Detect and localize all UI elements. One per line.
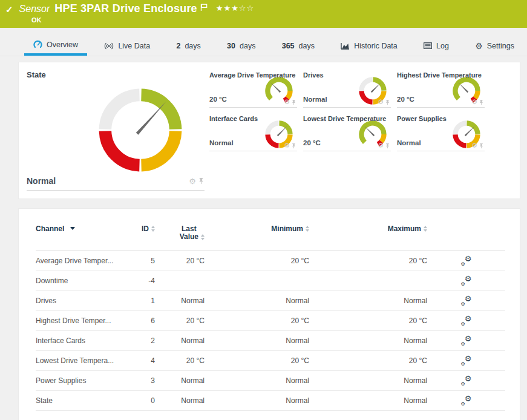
gauge-arc-error <box>267 134 278 145</box>
cell-last-value: Normal <box>155 291 205 311</box>
cell-channel: State <box>36 391 126 411</box>
status-check-icon: ✓ <box>5 4 13 15</box>
sort-icon <box>151 226 155 232</box>
column-header-last-value[interactable]: LastValue <box>155 225 205 251</box>
channel-settings-icon[interactable]: ⚙⚙ <box>461 375 472 385</box>
sensor-header-bar: ✓ Sensor HPE 3PAR Drive Enclosure ★★★☆☆ … <box>0 0 527 28</box>
table-row: State 0 Normal Normal Normal ⚙⚙ <box>36 391 505 411</box>
cell-channel: Lowest Drive Tempera... <box>36 351 126 371</box>
gauge-needle <box>277 126 287 136</box>
gauge-arc-warning <box>475 91 477 98</box>
overview-gauges-panel: State Normal ⚙ Average Drive Temperature <box>18 62 520 199</box>
table-row: Average Drive Temper... 5 20 °C 20 °C 20… <box>36 251 505 271</box>
sort-icon <box>424 226 427 232</box>
gauge-arc-warning <box>142 131 176 166</box>
column-header-id[interactable]: ID <box>126 225 155 251</box>
channel-tile-power-supplies[interactable]: Power Supplies Normal ⚙ <box>397 114 485 151</box>
column-header-maximum[interactable]: Maximum <box>309 225 427 251</box>
gear-icon[interactable]: ⚙ <box>284 98 290 106</box>
cell-maximum: 20 °C <box>309 311 427 331</box>
column-header-settings <box>427 225 505 251</box>
channel-settings-icon[interactable]: ⚙⚙ <box>461 355 472 365</box>
pin-icon[interactable] <box>198 177 205 185</box>
tab-label-number: 365 <box>282 42 295 50</box>
channel-settings-icon[interactable]: ⚙⚙ <box>461 255 472 265</box>
tab-label-unit: days <box>299 42 315 50</box>
tab-30-days[interactable]: 30 days <box>218 36 264 56</box>
pin-icon[interactable] <box>385 143 390 149</box>
channel-tile-lowest-drive-temperature[interactable]: Lowest Drive Temperature 20 °C ⚙ <box>303 114 391 151</box>
channel-value: Normal <box>397 139 421 146</box>
cell-id: 3 <box>126 371 155 391</box>
state-gauge <box>92 84 189 176</box>
gauge-needle <box>465 126 475 136</box>
column-header-minimum[interactable]: Minimum <box>205 225 309 251</box>
tab-label-number: 30 <box>227 42 235 50</box>
tab-overview[interactable]: Overview <box>24 36 87 56</box>
channel-settings-icon[interactable]: ⚙⚙ <box>461 335 472 345</box>
tab-live-data[interactable]: Live Data <box>95 36 159 56</box>
channel-table: Channel ID LastValue Minimum Maximum A <box>36 225 505 411</box>
channel-tile-drives[interactable]: Drives Normal ⚙ <box>303 70 391 108</box>
gauge-needle <box>136 102 166 135</box>
cell-last-value: 20 °C <box>155 311 205 331</box>
priority-stars[interactable]: ★★★☆☆ <box>216 4 254 13</box>
state-channel-value: Normal <box>27 176 56 186</box>
tab-label: Historic Data <box>354 42 398 50</box>
pin-icon[interactable] <box>291 143 296 149</box>
table-row: Drives 1 Normal Normal Normal ⚙⚙ <box>36 291 505 311</box>
gear-icon[interactable]: ⚙ <box>189 177 196 186</box>
cell-id: 5 <box>126 251 155 271</box>
gear-icon[interactable]: ⚙ <box>471 142 477 149</box>
cell-id: 1 <box>126 291 155 311</box>
column-header-channel[interactable]: Channel <box>36 225 126 251</box>
gear-icon[interactable]: ⚙ <box>378 98 384 106</box>
channel-title: Highest Drive Temperature <box>397 70 485 79</box>
cell-id: 6 <box>126 311 155 331</box>
gear-icon: ⚙ <box>475 41 483 51</box>
pin-icon[interactable] <box>479 143 484 149</box>
channel-settings-icon[interactable]: ⚙⚙ <box>461 395 472 405</box>
gauge-needle <box>371 82 381 93</box>
cell-last-value: 20 °C <box>155 351 205 371</box>
cell-channel: Drives <box>36 291 126 311</box>
tab-settings[interactable]: ⚙ Settings <box>466 36 523 56</box>
channel-settings-icon[interactable]: ⚙⚙ <box>461 275 472 285</box>
channel-tile-average-drive-temperature[interactable]: Average Drive Temperature 20 °C ⚙ <box>209 70 297 108</box>
tab-log[interactable]: Log <box>414 36 458 56</box>
channel-tile-icons: ⚙ <box>378 142 390 149</box>
channel-tile-interface-cards[interactable]: Interface Cards Normal ⚙ <box>209 114 297 151</box>
flag-icon[interactable] <box>200 3 208 14</box>
gauge-arc-none <box>455 123 466 134</box>
gear-icon[interactable]: ⚙ <box>378 142 384 149</box>
channel-title: Lowest Drive Temperature <box>303 114 391 122</box>
tab-label-unit: days <box>185 42 200 50</box>
channel-title: Power Supplies <box>397 114 485 122</box>
channel-tile-highest-drive-temperature[interactable]: Highest Drive Temperature 20 °C ⚙ <box>397 70 485 108</box>
tab-label: Settings <box>487 42 514 50</box>
cell-last-value <box>155 271 205 291</box>
channel-tile-icons: ⚙ <box>284 98 296 106</box>
channel-title: Interface Cards <box>209 114 297 122</box>
table-row: Lowest Drive Tempera... 4 20 °C 20 °C 20… <box>36 351 505 371</box>
gear-icon[interactable]: ⚙ <box>471 98 477 106</box>
sort-icon <box>306 226 309 232</box>
sort-icon <box>201 234 205 240</box>
tab-2-days[interactable]: 2 days <box>167 36 209 56</box>
column-label: Channel <box>36 225 64 233</box>
state-footer-icons: ⚙ <box>189 177 205 186</box>
cell-id: -4 <box>126 271 155 291</box>
tab-historic-data[interactable]: Historic Data <box>332 36 407 56</box>
pin-icon[interactable] <box>479 99 484 105</box>
cell-maximum: 20 °C <box>309 251 427 271</box>
state-channel-tile[interactable]: State Normal ⚙ <box>27 70 205 191</box>
channel-settings-icon[interactable]: ⚙⚙ <box>461 315 472 325</box>
gear-icon[interactable]: ⚙ <box>284 142 290 149</box>
pin-icon[interactable] <box>291 99 296 105</box>
channel-value: 20 °C <box>209 96 227 103</box>
pin-icon[interactable] <box>385 99 390 105</box>
cell-channel: Downtime <box>36 271 126 291</box>
channel-settings-icon[interactable]: ⚙⚙ <box>461 295 472 305</box>
tab-365-days[interactable]: 365 days <box>273 36 324 56</box>
cell-minimum: Normal <box>205 391 309 411</box>
